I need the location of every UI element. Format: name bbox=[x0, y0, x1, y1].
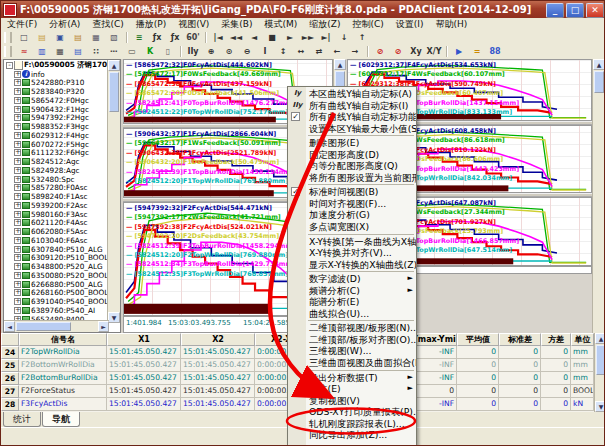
context-menu-item-0[interactable]: Iy本区曲线Y轴自动定标(A) bbox=[288, 88, 416, 100]
cursor-i-icon[interactable]: I bbox=[256, 44, 274, 59]
tree-item-6309120-P510-BOOL[interactable]: +6309120:P510_BOOL bbox=[5, 254, 109, 263]
new-file-icon[interactable]: □ bbox=[15, 30, 33, 45]
expand-icon[interactable]: + bbox=[14, 281, 21, 288]
expand-icon[interactable]: + bbox=[14, 211, 21, 218]
stop-acquire2-icon[interactable]: ⊘ bbox=[389, 44, 407, 59]
tree-item-6029312-F4Hgc[interactable]: +6029312:F4Hgc bbox=[5, 131, 109, 140]
tree-item-6307840-P510-ALG[interactable]: +6307840:P510_ALG bbox=[5, 245, 109, 254]
expand-icon[interactable]: + bbox=[14, 132, 21, 139]
play-icon[interactable]: ► bbox=[281, 30, 299, 45]
context-menu-item-25[interactable]: 二维顶部/板形对齐图(O)... bbox=[288, 334, 416, 346]
table-scrollbar[interactable]: ▲ ▼ bbox=[594, 333, 605, 412]
go-last-icon[interactable]: ►| bbox=[317, 30, 335, 45]
step-back-icon[interactable]: ◄ bbox=[245, 30, 263, 45]
save-icon[interactable]: ▣ bbox=[51, 30, 69, 45]
tree-item-6111232-F6Hgc[interactable]: +6111232:F6Hgc bbox=[5, 149, 109, 158]
scroll-up-icon[interactable]: ▲ bbox=[595, 333, 605, 344]
table-view-icon[interactable]: ▤ bbox=[69, 44, 87, 59]
marker-k-icon[interactable]: K bbox=[141, 44, 159, 59]
tree-item-6103040-F6Asc[interactable]: +6103040:F6Asc bbox=[5, 236, 109, 245]
column-header-X2[interactable]: X2 bbox=[181, 333, 255, 346]
context-menu-item-16[interactable]: X-Y转换并对齐(V)... bbox=[288, 247, 416, 259]
tab-inactive[interactable]: 统计 bbox=[3, 412, 41, 427]
column-header-信号名[interactable]: 信号名 bbox=[19, 333, 107, 346]
xy-lower-icon[interactable]: Xy bbox=[407, 44, 425, 59]
expand-icon[interactable]: + bbox=[14, 106, 21, 113]
tree-root-item[interactable]: -F:\00590005 济钢1700热轧改 bbox=[5, 61, 109, 70]
context-menu-item-10[interactable]: ✓标准时间视图(B) bbox=[288, 186, 416, 198]
tree-hscroll-thumb[interactable] bbox=[16, 322, 71, 331]
fast-forward-icon[interactable]: ►► bbox=[299, 30, 317, 45]
tree-item-5980160-F3Asc[interactable]: +5980160:F3Asc bbox=[5, 210, 109, 219]
expand-icon[interactable]: + bbox=[14, 88, 21, 95]
column-header-方差[interactable]: 方差 bbox=[541, 333, 571, 346]
scroll-up-icon[interactable]: ▲ bbox=[334, 59, 346, 70]
scroll-down-icon[interactable]: ▼ bbox=[108, 312, 120, 323]
expand-icon[interactable]: + bbox=[14, 141, 21, 148]
open-file-icon[interactable]: ▤ bbox=[33, 30, 51, 45]
tree-item-532480-Spc[interactable]: +532480:Spc bbox=[5, 175, 109, 184]
runner-icon[interactable]: ▶ bbox=[450, 44, 468, 59]
zoom-out-icon[interactable]: ⊖ bbox=[238, 44, 256, 59]
expand-vertical-icon[interactable]: ↕ bbox=[274, 44, 292, 59]
column-header-平均值[interactable]: 平均值 bbox=[457, 333, 499, 346]
expand-icon[interactable]: + bbox=[14, 149, 21, 156]
tree-item-5857280-F0Asc[interactable]: +5857280:F0Asc bbox=[5, 184, 109, 193]
stop-icon[interactable]: ■ bbox=[263, 30, 281, 45]
title-bar[interactable]: F:\00590005 济钢1700热轧改造开拓\JiGang_PDA\F0-F… bbox=[1, 1, 605, 18]
tree-item-6350080-P520-BOOL[interactable]: +6350080:P520_BOOL bbox=[5, 271, 109, 280]
context-menu-item-7[interactable]: 均等分配图形高度(Q) bbox=[288, 160, 416, 172]
tree-item-6070272-F5Hgc[interactable]: +6070272:F5Hgc bbox=[5, 140, 109, 149]
scroll-left-icon[interactable]: ◄ bbox=[4, 321, 15, 332]
tree-item-6391040-P540-BOOL[interactable]: +6391040:P540_BOOL bbox=[5, 297, 109, 306]
expand-icon[interactable]: + bbox=[14, 184, 21, 191]
expand-icon[interactable]: + bbox=[14, 97, 21, 104]
right-charts-scrollbar[interactable]: ▲ bbox=[592, 59, 605, 333]
menu-item-10[interactable]: 帮助(H) bbox=[430, 18, 474, 31]
context-menu-item-3[interactable]: 设置本区Y轴最大最小值(S)... bbox=[288, 123, 416, 135]
tree-item-info[interactable]: +iinfo bbox=[5, 70, 109, 79]
tree-item-6389760-P540-AI[interactable]: +6389760:P540_AI bbox=[5, 306, 109, 315]
expand-icon[interactable]: + bbox=[14, 246, 21, 253]
go-first-icon[interactable]: |◄ bbox=[209, 30, 227, 45]
tree-item-5939200-F2Asc[interactable]: +5939200:F2Asc bbox=[5, 201, 109, 210]
expand-icon[interactable]: + bbox=[14, 289, 21, 296]
scroll-up-icon[interactable]: ▲ bbox=[108, 60, 120, 71]
expand-icon[interactable]: + bbox=[14, 123, 21, 130]
tree-item-5824512-Agc[interactable]: +5824512:Agc bbox=[5, 157, 109, 166]
tree-view-icon[interactable]: ≡ bbox=[130, 30, 148, 45]
tab-active[interactable]: 导航 bbox=[42, 412, 80, 427]
signal-trace-icon[interactable]: ≈ bbox=[15, 44, 33, 59]
right-charts-scroll-thumb[interactable] bbox=[594, 71, 604, 93]
context-menu-item-21[interactable]: 能谱分析(E) bbox=[288, 296, 416, 308]
function-fx2-icon[interactable]: ƒx bbox=[166, 30, 184, 45]
expand-icon[interactable]: + bbox=[14, 263, 21, 270]
bar-chart-icon[interactable]: ▥ bbox=[33, 44, 51, 59]
open-project-icon[interactable]: ▤ bbox=[69, 30, 87, 45]
context-menu-item-6[interactable]: 固定图形高度(D) bbox=[288, 149, 416, 161]
tree-horizontal-scrollbar[interactable]: ◄ ► bbox=[4, 320, 109, 332]
zoom-in-icon[interactable]: ⊕ bbox=[202, 44, 220, 59]
column-header-单位[interactable]: 单位 bbox=[571, 333, 594, 346]
context-menu-item-12[interactable]: 加速度分析(G) bbox=[288, 209, 416, 221]
expand-icon[interactable]: + bbox=[14, 114, 21, 121]
context-menu-item-34[interactable]: 同比导出添加(Z)... bbox=[288, 429, 416, 441]
grid-view-icon[interactable]: ▦ bbox=[51, 44, 69, 59]
layout-88-icon[interactable]: 88 bbox=[486, 44, 504, 59]
column-header-X1[interactable]: X1 bbox=[107, 333, 181, 346]
context-menu-item-20[interactable]: 频谱分析(C)► bbox=[288, 285, 416, 297]
shift-left-icon[interactable]: ← bbox=[328, 44, 346, 59]
table-scroll-thumb[interactable] bbox=[596, 345, 605, 375]
tree-item-5242880-P310[interactable]: +5242880:P310 bbox=[5, 79, 109, 88]
scroll-down-icon[interactable]: ▼ bbox=[595, 401, 605, 412]
print-setup-icon[interactable]: ▧ bbox=[105, 30, 123, 45]
context-menu-item-1[interactable]: IIy所有曲线Y轴自动定标(I) bbox=[288, 100, 416, 112]
context-menu-item-22[interactable]: 曲线拟合(U)... bbox=[288, 308, 416, 320]
tree-item-5947392-F2Hgc[interactable]: +5947392:F2Hgc bbox=[5, 114, 109, 123]
collapse-icon[interactable]: - bbox=[6, 62, 13, 69]
stop-acquire-icon[interactable]: ⊘ bbox=[371, 44, 389, 59]
context-menu-item-5[interactable]: 删除图形(E) bbox=[288, 137, 416, 149]
battery-icon[interactable]: ▯ bbox=[159, 44, 177, 59]
maximize-button[interactable]: □ bbox=[566, 3, 584, 18]
context-menu-item-11[interactable]: 时间对齐视图(F)... bbox=[288, 198, 416, 210]
